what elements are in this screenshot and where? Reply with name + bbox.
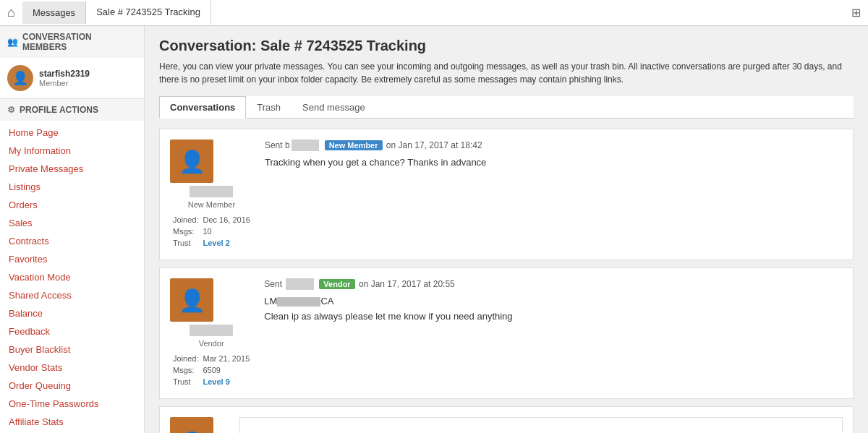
reply-textarea[interactable] xyxy=(239,417,843,433)
user-name: starfish2319 xyxy=(39,69,90,79)
message-body-2: Sent Vendor on Jan 17, 2017 at 20:55 LMC… xyxy=(264,278,843,388)
top-nav: Messages Sale # 7243525 Tracking ⊞ xyxy=(0,0,868,26)
main-content: Conversation: Sale # 7243525 Tracking He… xyxy=(145,26,868,433)
member-stats-2: Joined: Mar 21, 2015 Msgs: 6509 Trust Le… xyxy=(170,352,252,388)
conversation-members-header: 👥 CONVERSATION MEMBERS xyxy=(0,26,144,58)
member-stats-1: Joined: Dec 16, 2016 Msgs: 10 Trust Leve… xyxy=(170,213,253,249)
breadcrumb: Messages Sale # 7243525 Tracking xyxy=(22,1,211,25)
sender-name-redacted-2 xyxy=(190,325,233,336)
sender-name-box-1 xyxy=(292,140,320,151)
home-icon[interactable] xyxy=(7,5,15,20)
sidebar-item-myinfo[interactable]: My Information xyxy=(0,142,144,160)
sidebar-item-orders[interactable]: Orders xyxy=(0,196,144,214)
profile-actions-header: ⚙ PROFILE ACTIONS xyxy=(0,99,144,121)
sender-name-box-2 xyxy=(286,278,314,290)
reply-avatar-container: 👤 xyxy=(170,417,228,433)
user-info: 👤 starfish2319 Member xyxy=(0,58,144,98)
sidebar-item-sales[interactable]: Sales xyxy=(0,214,144,232)
sidebar-item-balance[interactable]: Balance xyxy=(0,304,144,322)
profile-icon: ⚙ xyxy=(7,105,15,115)
sidebar-item-sharedaccess[interactable]: Shared Access xyxy=(0,286,144,304)
sidebar-item-privatemessages[interactable]: Private Messages xyxy=(0,160,144,178)
user-role: Member xyxy=(39,79,90,87)
user-avatar: 👤 xyxy=(7,65,33,91)
message-header-1: Sent b New Member on Jan 17, 2017 at 18:… xyxy=(265,140,843,151)
message-avatar-2: 👤 xyxy=(170,278,213,322)
breadcrumb-current[interactable]: Sale # 7243525 Tracking xyxy=(86,1,211,25)
tab-trash[interactable]: Trash xyxy=(246,96,292,118)
sidebar-item-homepage[interactable]: Home Page xyxy=(0,124,144,142)
tab-conversations[interactable]: Conversations xyxy=(159,96,246,119)
message-card-2: 👤 Vendor Joined: Mar 21, 2015 Msgs: 6509… xyxy=(159,267,854,399)
message-body-1: Sent b New Member on Jan 17, 2017 at 18:… xyxy=(265,140,843,249)
profile-nav: Home Page My Information Private Message… xyxy=(0,121,144,433)
network-icon[interactable]: ⊞ xyxy=(851,6,861,20)
sender-name-redacted-1 xyxy=(190,186,233,197)
tabs-bar: Conversations Trash Send message xyxy=(159,96,854,119)
message-sender-2: 👤 Vendor Joined: Mar 21, 2015 Msgs: 6509… xyxy=(170,278,252,388)
message-text-1: Tracking when you get a chance? Thanks i… xyxy=(265,157,843,168)
sidebar-item-otp[interactable]: One-Time Passwords xyxy=(0,395,144,413)
member-label-1: New Member xyxy=(188,200,235,209)
info-text: Here, you can view your private messages… xyxy=(159,60,854,86)
sidebar-item-feedback[interactable]: Feedback xyxy=(0,322,144,340)
member-label-2: Vendor xyxy=(199,339,224,348)
sidebar-item-orderqueuing[interactable]: Order Queuing xyxy=(0,377,144,395)
breadcrumb-messages[interactable]: Messages xyxy=(22,1,86,24)
message-sender-1: 👤 New Member Joined: Dec 16, 2016 Msgs: … xyxy=(170,140,253,249)
sidebar: 👥 CONVERSATION MEMBERS 👤 starfish2319 Me… xyxy=(0,26,145,433)
message-card-1: 👤 New Member Joined: Dec 16, 2016 Msgs: … xyxy=(159,129,854,260)
message-text-2: Clean ip as always please let me know if… xyxy=(264,311,843,322)
page-title: Conversation: Sale # 7243525 Tracking xyxy=(159,38,854,54)
sidebar-item-vendorstats[interactable]: Vendor Stats xyxy=(0,359,144,377)
reply-card: 👤 Quick reply Delete Leave conversation … xyxy=(159,406,854,433)
location-redacted xyxy=(277,297,320,306)
reply-textarea-container: Quick reply Delete Leave conversation In… xyxy=(239,417,843,433)
message-timestamp-2: on Jan 17, 2017 at 20:55 xyxy=(359,279,455,289)
message-avatar-1: 👤 xyxy=(170,140,213,183)
badge-vendor-2: Vendor xyxy=(319,279,354,289)
tab-send-message[interactable]: Send message xyxy=(292,96,376,118)
message-timestamp-1: on Jan 17, 2017 at 18:42 xyxy=(386,140,482,150)
sidebar-item-favorites[interactable]: Favorites xyxy=(0,250,144,268)
reply-avatar: 👤 xyxy=(170,417,213,433)
badge-new-member-1: New Member xyxy=(325,140,383,150)
location-text-2: LMCA xyxy=(264,296,843,306)
sidebar-item-vacationmode[interactable]: Vacation Mode xyxy=(0,268,144,286)
conversation-members-section: 👥 CONVERSATION MEMBERS 👤 starfish2319 Me… xyxy=(0,26,144,99)
people-icon: 👥 xyxy=(7,37,18,47)
sidebar-item-listings[interactable]: Listings xyxy=(0,178,144,196)
sidebar-item-affiliatestats[interactable]: Affiliate Stats xyxy=(0,413,144,431)
message-header-2: Sent Vendor on Jan 17, 2017 at 20:55 xyxy=(264,278,843,290)
sidebar-item-contracts[interactable]: Contracts xyxy=(0,232,144,250)
sidebar-item-buyerblacklist[interactable]: Buyer Blacklist xyxy=(0,340,144,359)
page-layout: 👥 CONVERSATION MEMBERS 👤 starfish2319 Me… xyxy=(0,26,868,433)
profile-actions-section: ⚙ PROFILE ACTIONS Home Page My Informati… xyxy=(0,99,144,433)
